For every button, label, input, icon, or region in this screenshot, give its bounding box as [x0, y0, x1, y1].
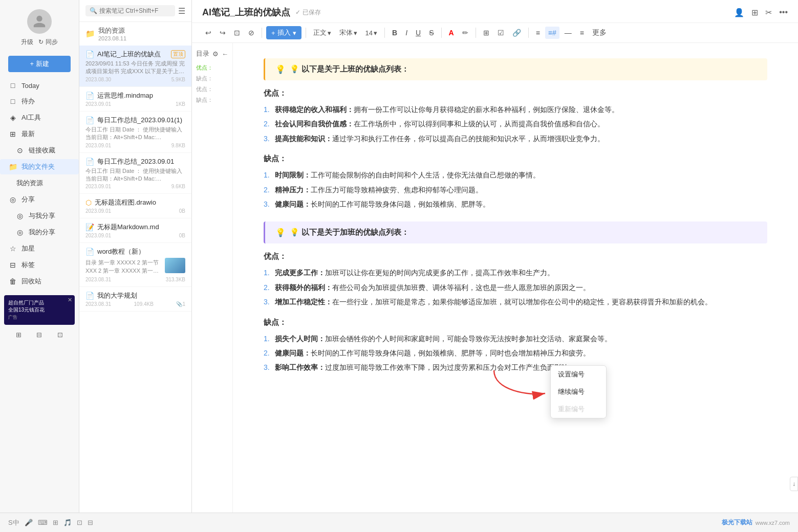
toc-item[interactable]: 缺点：: [196, 95, 228, 105]
ad-close-button[interactable]: ✕: [68, 297, 72, 303]
ad-text: 超自然厂门产品全国13元钱百花广告: [8, 299, 71, 321]
list-item[interactable]: 📄 每日工作总结_2023.09.01(1) 今日工作 日期 Date ： 使用…: [79, 112, 191, 153]
divider-button[interactable]: —: [562, 27, 575, 39]
taskbar-icon-2[interactable]: 🎵: [63, 519, 72, 526]
editor-toolbar: ↩ ↪ ⊡ ⊘ + 插入 ▾ 正文 ▾ 宋体 ▾ 14 ▾ B I U S A …: [192, 23, 798, 43]
scroll-to-bottom-button[interactable]: ↓: [790, 477, 798, 491]
sidebar-item-ai-tools[interactable]: ◈ AI工具: [0, 110, 79, 125]
font-color-button[interactable]: A: [446, 27, 457, 39]
bold-button[interactable]: B: [389, 27, 400, 39]
copy-style-button[interactable]: ⊡: [231, 27, 243, 39]
sidebar-item-trash[interactable]: 🗑 回收站: [0, 274, 79, 289]
folder-header[interactable]: 📁 我的资源 2023.08.11: [79, 22, 191, 46]
list-item[interactable]: 📄 运营思维.mindmap 2023.09.01 1KB: [79, 87, 191, 112]
toc-item[interactable]: 缺点：: [196, 73, 228, 84]
list-item: 3. 健康问题：长时间的工作可能导致身体问题，例如颈椎病、肥胖等。: [264, 197, 767, 211]
context-menu-item-reset-number[interactable]: 重新编号: [551, 401, 606, 418]
font-size-dropdown[interactable]: 14 ▾: [362, 27, 380, 39]
tag-icon: ⊟: [8, 261, 17, 269]
sidebar-item-my-files[interactable]: 📁 我的文件夹: [0, 159, 79, 174]
taskbar-icon-1[interactable]: ⊞: [53, 519, 58, 526]
checkbox-button[interactable]: ☑: [494, 27, 507, 39]
link-icon: ⊙: [15, 146, 25, 154]
brand-url: www.xz7.com: [756, 520, 790, 526]
settings-icon[interactable]: ✂: [765, 8, 772, 17]
editor-titlebar: AI笔记_上班的优缺点 ✓ 已保存 👤 ⊞ ✂ •••: [192, 0, 798, 23]
search-box[interactable]: 🔍: [85, 5, 175, 16]
footer-icon-3[interactable]: ⊡: [57, 331, 63, 339]
toc-item[interactable]: 优点：: [196, 62, 228, 73]
share-icon: ◎: [8, 195, 17, 204]
sidebar-item-my-share[interactable]: ◎ 我的分享: [0, 225, 79, 240]
plus-icon: +: [271, 29, 275, 37]
ad-banner[interactable]: ✕ 超自然厂门产品全国13元钱百花广告: [4, 295, 75, 325]
list-item[interactable]: 📄 AI笔记_上班的优缺点 置顶 2023/09/01 11:53 今日任务 完…: [79, 46, 191, 87]
sidebar-item-share[interactable]: ◎ 分享: [0, 192, 79, 207]
layout-icon[interactable]: ⊞: [751, 8, 758, 17]
sidebar-item-linked[interactable]: ⊙ 链接收藏: [0, 143, 79, 158]
footer-icon-1[interactable]: ⊞: [16, 331, 21, 339]
taskbar-brand: 极光下载站 www.xz7.com: [722, 518, 790, 527]
file-type-icon: 📄: [85, 248, 94, 256]
list-item[interactable]: 📄 每日工作总结_2023.09.01 今日工作 日期 Date ： 使用快捷键…: [79, 153, 191, 194]
chevron-down-icon: ▾: [328, 29, 331, 37]
strikethrough-button[interactable]: S: [426, 27, 437, 39]
font-dropdown[interactable]: 宋体 ▾: [336, 26, 360, 39]
toc-settings-icon[interactable]: ⚙: [212, 50, 219, 58]
chevron-down-icon: ▾: [374, 29, 377, 37]
undo-button[interactable]: ↩: [202, 27, 214, 39]
user-icon[interactable]: 👤: [734, 8, 744, 17]
pros2-list: 1. 完成更多工作：加班可以让你在更短的时间内完成更多的工作，提高工作效率和生产…: [264, 265, 767, 309]
highlight-button[interactable]: ✏: [459, 27, 471, 39]
list-item[interactable]: 📄 word教程（新） 目录 第一章 XXXXX 2 第一节 XXX 2 第一章…: [79, 243, 191, 287]
sidebar-item-recent[interactable]: ⊞ 最新: [0, 126, 79, 142]
upgrade-link[interactable]: 升级: [21, 38, 33, 47]
sougou-icon[interactable]: S中: [8, 518, 19, 527]
redo-button[interactable]: ↪: [217, 27, 229, 39]
footer-icon-2[interactable]: ⊟: [36, 331, 42, 339]
italic-button[interactable]: I: [402, 27, 411, 39]
toolbar-separator: [476, 28, 476, 38]
taskbar-icon-4[interactable]: ⊟: [88, 519, 93, 526]
unordered-list-button[interactable]: ≡: [533, 27, 543, 39]
list-item[interactable]: 📄 我的大学规划 2023.08.31 109.4KB 📎1: [79, 287, 191, 312]
search-input[interactable]: [99, 7, 171, 14]
toc-collapse-icon[interactable]: ←: [222, 50, 228, 58]
new-button[interactable]: + 新建: [8, 56, 71, 72]
underline-button[interactable]: U: [413, 27, 424, 39]
list-item[interactable]: 📝 无标题Markdown.md 2023.09.01 0B: [79, 218, 191, 243]
editor-body[interactable]: 💡 💡 以下是关于上班的优缺点列表： 优点： 1. 获得稳定的收入和福利：拥有一…: [233, 43, 798, 532]
sidebar-item-my-resources[interactable]: 我的资源: [0, 175, 79, 191]
sidebar-item-today[interactable]: □ Today: [0, 78, 79, 93]
text-style-dropdown[interactable]: 正文 ▾: [310, 26, 334, 39]
context-menu-item-set-number[interactable]: 设置编号: [551, 366, 606, 383]
recent-icon: ⊞: [8, 130, 17, 138]
list-item[interactable]: ⬡ 无标题流程图.drawio 2023.09.01 0B: [79, 194, 191, 218]
keyboard-icon[interactable]: ⌨: [38, 519, 48, 526]
avatar[interactable]: [27, 9, 52, 34]
more-button[interactable]: 更多: [589, 26, 610, 39]
sidebar-item-starred[interactable]: ☆ 加星: [0, 241, 79, 256]
folder-icon: 📁: [8, 163, 17, 171]
image-button[interactable]: ⊞: [480, 27, 492, 39]
shared-icon: ◎: [15, 212, 25, 220]
link-button[interactable]: 🔗: [509, 27, 524, 39]
mic-icon[interactable]: 🎤: [25, 519, 33, 526]
ordered-list-button[interactable]: ≡#: [545, 27, 559, 39]
file-panel-header: 🔍 ☰: [79, 0, 191, 22]
taskbar-icon-3[interactable]: ⊡: [77, 519, 82, 526]
context-menu-item-continue-number[interactable]: 继续编号: [551, 383, 606, 401]
toc-item[interactable]: 优点：: [196, 84, 228, 95]
align-button[interactable]: ≡: [577, 27, 587, 39]
list-item: 2. 获得额外的福利：有些公司会为加班提供加班费、调休等福利，这也是一些人愿意加…: [264, 280, 767, 295]
lightbulb-icon: 💡: [275, 228, 286, 237]
clear-style-button[interactable]: ⊘: [245, 27, 257, 39]
panel-menu-icon[interactable]: ☰: [178, 6, 185, 16]
file-type-icon: 📄: [85, 92, 94, 100]
insert-button[interactable]: + 插入 ▾: [266, 26, 301, 39]
sidebar-item-tags[interactable]: ⊟ 标签: [0, 257, 79, 273]
more-icon[interactable]: •••: [779, 8, 788, 17]
sync-link[interactable]: ↻ 同步: [38, 38, 57, 47]
sidebar-item-pending[interactable]: □ 待办: [0, 94, 79, 109]
sidebar-item-shared-with-me[interactable]: ◎ 与我分享: [0, 208, 79, 224]
